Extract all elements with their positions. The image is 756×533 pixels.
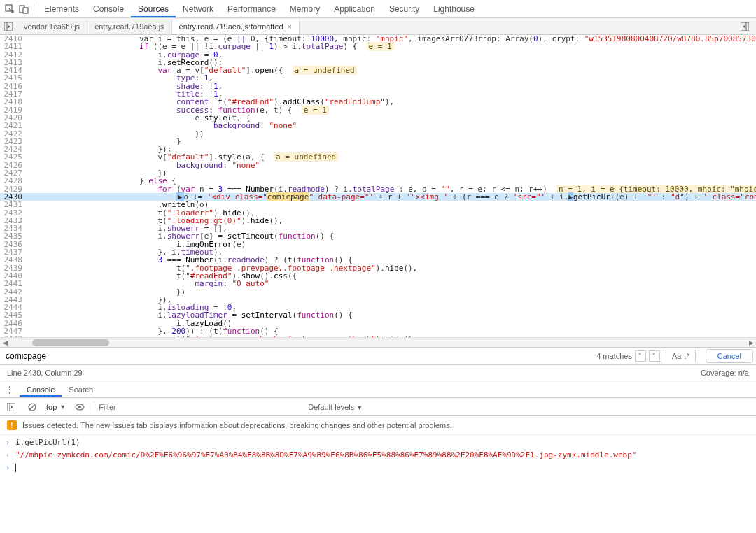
search-next-button[interactable]: ˅ xyxy=(649,350,660,362)
close-icon[interactable]: × xyxy=(288,22,292,31)
main-tab-application[interactable]: Application xyxy=(327,1,382,17)
issues-message: Issues detected. The new Issues tab disp… xyxy=(22,421,452,429)
line-number[interactable]: 2411 xyxy=(0,43,28,50)
file-tab[interactable]: vendor.1ca6f9.js xyxy=(17,20,88,34)
device-toolbar-icon[interactable] xyxy=(17,2,31,16)
line-number[interactable]: 2438 xyxy=(0,256,28,264)
line-number[interactable]: 2431 xyxy=(0,201,28,208)
regex-toggle[interactable]: .* xyxy=(684,352,689,360)
svg-rect-2 xyxy=(23,8,28,13)
svg-point-12 xyxy=(78,406,81,408)
line-number[interactable]: 2421 xyxy=(0,122,28,129)
line-number[interactable]: 2418 xyxy=(0,98,28,106)
cursor-position: Line 2430, Column 29 xyxy=(7,369,83,377)
console-sidebar-toggle-icon[interactable] xyxy=(4,400,18,414)
issues-warning-icon: ! xyxy=(7,420,17,430)
inspect-icon[interactable] xyxy=(3,2,17,16)
debugger-toggle-icon[interactable] xyxy=(738,20,752,34)
live-expression-icon[interactable] xyxy=(73,400,87,414)
main-tab-console[interactable]: Console xyxy=(86,1,131,17)
drawer-menu-icon[interactable]: ⋮ xyxy=(3,383,17,397)
search-input[interactable] xyxy=(3,349,594,363)
match-case-toggle[interactable]: Aa xyxy=(672,352,681,360)
main-tab-elements[interactable]: Elements xyxy=(37,1,86,17)
navigator-toggle-icon[interactable] xyxy=(1,20,15,34)
main-tab-sources[interactable]: Sources xyxy=(131,1,176,17)
clear-console-icon[interactable] xyxy=(25,400,39,414)
console-filter-input[interactable] xyxy=(94,401,304,413)
main-tab-memory[interactable]: Memory xyxy=(283,1,327,17)
line-number[interactable]: 2441 xyxy=(0,280,28,287)
search-match-count: 4 matches xyxy=(596,352,632,360)
log-levels-select[interactable]: Default levels ▼ xyxy=(308,403,363,411)
line-number[interactable]: 2445 xyxy=(0,311,28,319)
main-tab-network[interactable]: Network xyxy=(176,1,220,17)
file-tab[interactable]: entry.read.719aea.js:formatted× xyxy=(172,20,300,34)
main-tab-performance[interactable]: Performance xyxy=(220,1,283,17)
line-number[interactable]: 2428 xyxy=(0,177,28,185)
search-prev-button[interactable]: ˄ xyxy=(635,350,646,362)
coverage-status: Coverage: n/a xyxy=(701,369,749,377)
drawer-tab-console[interactable]: Console xyxy=(20,383,62,397)
drawer-tab-search[interactable]: Search xyxy=(62,383,100,397)
file-tab[interactable]: entry.read.719aea.js xyxy=(88,20,172,34)
console-output[interactable]: ›i.getPicUrl(1)‹"//mhpic.zymkcdn.com/com… xyxy=(0,435,756,476)
search-cancel-button[interactable]: Cancel xyxy=(706,349,753,363)
console-context-select[interactable]: top ▼ xyxy=(46,403,66,411)
main-tab-security[interactable]: Security xyxy=(382,1,426,17)
code-editor[interactable]: 2410 var i = this, e = (e || 0, {timeout… xyxy=(0,35,756,347)
svg-line-10 xyxy=(29,404,35,410)
main-tab-lighthouse[interactable]: Lighthouse xyxy=(426,1,482,17)
horizontal-scrollbar[interactable]: ◀ ▶ xyxy=(0,337,756,347)
